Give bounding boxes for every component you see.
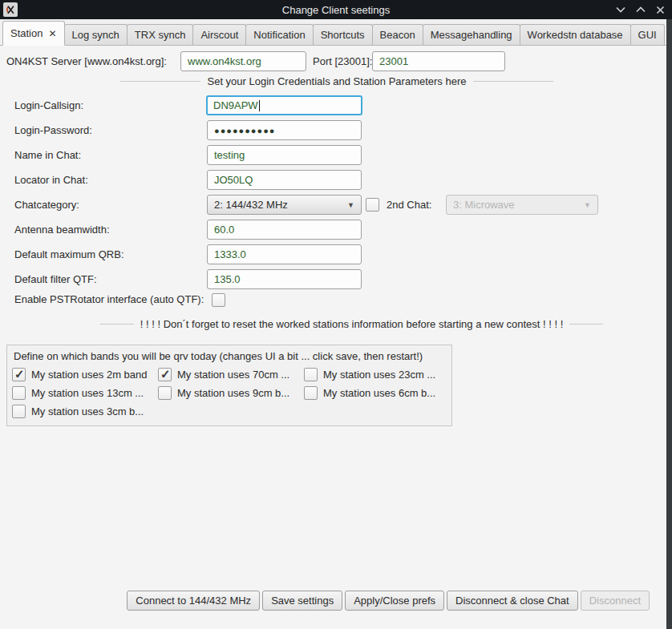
tab-label: Messagehandling: [431, 29, 512, 41]
text-caret: [259, 100, 260, 111]
band-3cm-checkbox[interactable]: [12, 405, 26, 418]
tab-workedstn-database[interactable]: Workedstn database: [520, 24, 631, 45]
port-input[interactable]: 23001: [372, 51, 505, 71]
antenna-beamwidth-label: Antenna beamwidth:: [14, 220, 110, 240]
second-chat-value: 3: Microwave: [453, 199, 515, 211]
chatcategory-dropdown[interactable]: 2: 144/432 MHz ▼: [207, 195, 362, 215]
server-label: ON4KST Server [www.on4kst.org]:: [6, 51, 167, 71]
tab-beacon[interactable]: Beacon: [372, 24, 423, 45]
band-2m-label: My station uses 2m band: [31, 368, 148, 381]
bottom-button-bar: Connect to 144/432 MHz Save settings App…: [0, 591, 650, 611]
tab-label: Shortcuts: [321, 29, 365, 41]
close-icon[interactable]: [655, 5, 666, 15]
band-13cm-item[interactable]: My station uses 13cm ...: [12, 386, 144, 400]
default-filter-qtf-input[interactable]: 135.0: [207, 269, 362, 289]
connect-button[interactable]: Connect to 144/432 MHz: [127, 591, 260, 611]
chatcategory-value: 2: 144/432 MHz: [214, 199, 288, 211]
pstrotator-checkbox[interactable]: [212, 293, 225, 307]
antenna-beamwidth-input[interactable]: 60.0: [207, 220, 362, 240]
chevron-down-icon: ▼: [347, 201, 354, 209]
tab-station[interactable]: Station ✕: [2, 21, 65, 46]
tab-label: GUI: [638, 29, 657, 41]
band-23cm-label: My station uses 23cm ...: [323, 368, 435, 381]
tab-close-icon[interactable]: ✕: [48, 28, 56, 39]
band-70cm-label: My station uses 70cm ...: [177, 368, 289, 381]
tab-airscout[interactable]: Airscout: [192, 24, 246, 45]
second-chat-dropdown: 3: Microwave ▼: [446, 195, 598, 215]
tab-label: Station: [10, 27, 43, 39]
contest-warning-text: ! ! ! ! Don´t forget to reset the worked…: [140, 318, 563, 330]
login-password-label: Login-Password:: [14, 120, 92, 140]
tab-gui[interactable]: GUI: [630, 24, 665, 45]
tab-label: Workedstn database: [528, 29, 623, 41]
band-23cm-checkbox[interactable]: [304, 368, 318, 381]
pstrotator-label: Enable PSTRotator interface (auto QTF):: [14, 292, 204, 308]
locator-in-chat-input[interactable]: JO50LQ: [207, 170, 362, 190]
credentials-separator: Set your Login Credentials and Station P…: [120, 75, 553, 87]
login-password-value: ●●●●●●●●●●: [214, 126, 275, 135]
window-title: Change Client seetings: [0, 4, 672, 16]
tab-log-synch[interactable]: Log synch: [64, 24, 128, 45]
disconnect-close-chat-button[interactable]: Disconnect & close Chat: [447, 591, 578, 611]
band-13cm-label: My station uses 13cm ...: [31, 386, 144, 400]
band-70cm-checkbox[interactable]: [158, 368, 172, 381]
band-2m-item[interactable]: My station uses 2m band: [12, 368, 148, 381]
default-filter-qtf-label: Default filter QTF:: [14, 269, 97, 289]
chatcategory-label: Chatcategory:: [14, 195, 79, 215]
tab-trx-synch[interactable]: TRX synch: [127, 24, 194, 45]
band-6cm-item[interactable]: My station uses 6cm b...: [304, 386, 435, 400]
band-13cm-checkbox[interactable]: [12, 386, 26, 400]
band-9cm-checkbox[interactable]: [158, 386, 172, 400]
x11-logo-icon: [5, 4, 16, 15]
login-callsign-input[interactable]: DN9APW: [206, 95, 362, 115]
tab-label: TRX synch: [135, 29, 186, 41]
tab-notification[interactable]: Notification: [245, 24, 313, 45]
band-6cm-label: My station uses 6cm b...: [323, 386, 435, 400]
band-9cm-label: My station uses 9cm b...: [177, 386, 289, 400]
band-6cm-checkbox[interactable]: [304, 386, 318, 400]
name-in-chat-input[interactable]: testing: [207, 145, 362, 165]
bands-groupbox-title: Define on which bands you will be qrv to…: [14, 350, 423, 362]
tab-label: Notification: [253, 29, 305, 41]
band-9cm-item[interactable]: My station uses 9cm b...: [158, 386, 289, 400]
band-3cm-item[interactable]: My station uses 3cm b...: [12, 405, 144, 418]
tab-label: Beacon: [380, 29, 415, 41]
save-settings-button[interactable]: Save settings: [262, 591, 342, 611]
login-callsign-label: Login-Callsign:: [14, 95, 83, 115]
chevron-down-icon: ▼: [584, 201, 591, 209]
tab-messagehandling[interactable]: Messagehandling: [423, 24, 520, 45]
server-input[interactable]: www.on4kst.org: [180, 51, 306, 71]
locator-in-chat-label: Locator in Chat:: [14, 170, 88, 190]
login-callsign-value: DN9APW: [213, 99, 258, 111]
band-2m-checkbox[interactable]: [12, 368, 26, 381]
maximize-icon[interactable]: [635, 5, 646, 15]
band-3cm-label: My station uses 3cm b...: [31, 405, 144, 418]
band-70cm-item[interactable]: My station uses 70cm ...: [158, 368, 289, 381]
disconnect-button: Disconnect: [581, 591, 650, 611]
default-max-qrb-label: Default maximum QRB:: [14, 244, 124, 264]
tab-label: Log synch: [72, 29, 119, 41]
bands-groupbox: Define on which bands you will be qrv to…: [6, 345, 452, 426]
login-password-input[interactable]: ●●●●●●●●●●: [207, 120, 362, 140]
name-in-chat-label: Name in Chat:: [14, 145, 81, 165]
titlebar: Change Client seetings: [0, 0, 672, 19]
band-23cm-item[interactable]: My station uses 23cm ...: [304, 368, 435, 381]
default-max-qrb-input[interactable]: 1333.0: [207, 244, 362, 264]
tab-label: Airscout: [200, 29, 238, 41]
tab-shortcuts[interactable]: Shortcuts: [313, 24, 373, 45]
port-label: Port [23001]:: [313, 51, 372, 71]
tabbar: Station ✕ Log synch TRX synch Airscout N…: [0, 19, 666, 46]
window-controls: [615, 0, 666, 19]
contest-warning-separator: ! ! ! ! Don´t forget to reset the worked…: [100, 317, 603, 330]
minimize-icon[interactable]: [615, 5, 625, 15]
second-chat-label: 2nd Chat:: [387, 195, 431, 215]
settings-window: Change Client seetings Station ✕ Log syn…: [0, 0, 672, 629]
second-chat-checkbox[interactable]: [366, 198, 379, 212]
apply-close-prefs-button[interactable]: Apply/Close prefs: [345, 591, 444, 611]
background-window-edge: [666, 19, 672, 629]
app-icon: [3, 2, 18, 17]
credentials-separator-text: Set your Login Credentials and Station P…: [207, 75, 466, 87]
